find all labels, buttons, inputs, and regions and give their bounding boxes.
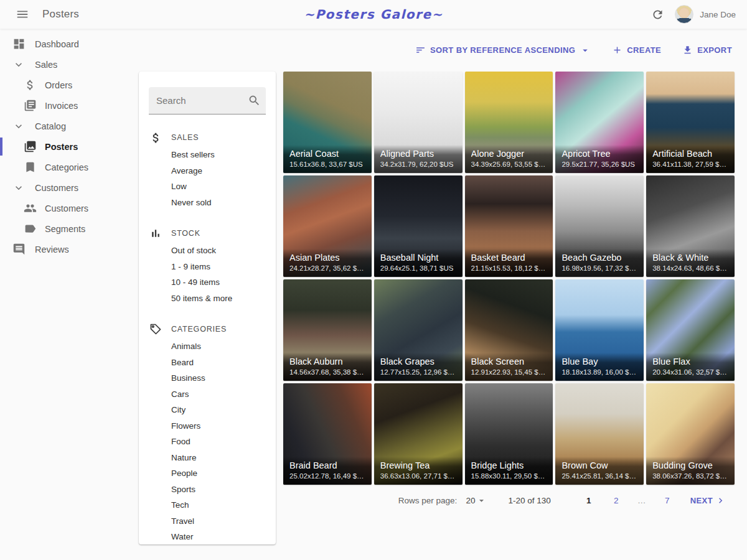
filter-item-city[interactable]: City <box>149 402 266 418</box>
product-card[interactable]: Black Screen12.91x22.93, 15,45 $… <box>465 279 553 381</box>
product-card[interactable]: Alone Jogger34.39x25.69, 53,55 $… <box>465 72 553 173</box>
product-title: Alone Jogger <box>471 149 547 159</box>
next-page-button[interactable]: NEXT <box>685 492 731 510</box>
product-size-price: 12.77x15.25, 12,96 $… <box>380 368 456 376</box>
filter-section-header: STOCK <box>149 226 266 240</box>
product-card[interactable]: Aerial Coast15.61x36.8, 33,67 $US <box>283 72 372 173</box>
filter-item-best-sellers[interactable]: Best sellers <box>149 147 266 163</box>
sidebar-item-reviews[interactable]: Reviews <box>0 239 139 259</box>
sidebar-item-posters[interactable]: Posters <box>0 136 139 157</box>
filter-item-people[interactable]: People <box>149 465 266 482</box>
product-title: Black Grapes <box>380 357 456 366</box>
filter-item-average[interactable]: Average <box>149 163 266 179</box>
sidebar-item-label: Invoices <box>45 101 78 111</box>
filter-section-header: CATEGORIES <box>149 322 266 336</box>
filter-item-50-items-more[interactable]: 50 items & more <box>149 291 266 307</box>
product-size-price: 34.2x31.79, 62,20 $US <box>380 161 456 168</box>
export-button[interactable]: EXPORT <box>680 41 735 59</box>
avatar <box>675 5 693 24</box>
filter-item-10-49-items[interactable]: 10 - 49 items <box>149 274 266 291</box>
sidebar-item-categories[interactable]: Categories <box>0 157 139 177</box>
product-card[interactable]: Brewing Tea36.63x13.06, 27,71 $… <box>374 383 463 485</box>
filter-item-food[interactable]: Food <box>149 434 266 450</box>
sidebar-item-label: Dashboard <box>35 39 79 49</box>
sidebar-item-label: Customers <box>35 183 78 193</box>
user-menu-button[interactable]: Jane Doe <box>675 5 736 24</box>
filter-item-cars[interactable]: Cars <box>149 386 266 403</box>
sort-button[interactable]: SORT BY REFERENCE ASCENDING <box>413 41 593 60</box>
product-title: Brown Cow <box>561 460 637 470</box>
filter-item-low[interactable]: Low <box>149 179 266 195</box>
sidebar-item-customers-list[interactable]: Customers <box>0 198 139 218</box>
refresh-icon[interactable] <box>646 3 669 26</box>
sidebar-item-label: Orders <box>45 80 72 90</box>
filter-item-flowers[interactable]: Flowers <box>149 418 266 434</box>
product-card[interactable]: Baseball Night29.64x25.1, 38,71 $US <box>374 175 463 277</box>
product-card[interactable]: Brown Cow25.41x25.81, 36,14 $… <box>555 383 644 485</box>
sidebar-item-invoices[interactable]: Invoices <box>0 95 139 116</box>
filter-item-never-sold[interactable]: Never sold <box>149 195 266 211</box>
product-card[interactable]: Bridge Lights15.88x30.11, 29,50 $… <box>465 383 553 485</box>
product-card[interactable]: Beach Gazebo16.98x19.56, 17,32 $… <box>555 175 644 277</box>
filter-section-stock: STOCKOut of stock1 - 9 items10 - 49 item… <box>149 226 266 306</box>
sidebar-item-orders[interactable]: Orders <box>0 75 139 95</box>
rows-per-page-label: Rows per page: <box>398 496 458 505</box>
filter-item-travel[interactable]: Travel <box>149 513 266 530</box>
product-caption: Artificial Beach36.41x11.38, 27,59 $… <box>646 145 735 173</box>
sidebar-item-label: Categories <box>45 162 88 172</box>
filter-item-business[interactable]: Business <box>149 370 266 386</box>
product-caption: Basket Beard21.15x15.53, 18,12 $… <box>465 249 553 277</box>
create-button[interactable]: CREATE <box>609 41 664 59</box>
sidebar-item-label: Sales <box>35 60 57 70</box>
filter-item-nature[interactable]: Nature <box>149 450 266 466</box>
sidebar-item-label: Posters <box>45 142 78 152</box>
product-size-price: 38.06x37.26, 83,72 $… <box>652 472 728 480</box>
product-title: Budding Grove <box>652 460 728 470</box>
product-card[interactable]: Artificial Beach36.41x11.38, 27,59 $… <box>646 72 735 173</box>
product-size-price: 25.02x12.78, 16,49 $… <box>289 472 365 480</box>
sidebar-item-label: Segments <box>45 224 85 234</box>
product-caption: Brewing Tea36.63x13.06, 27,71 $… <box>374 457 463 485</box>
page-button-7[interactable]: 7 <box>658 491 677 510</box>
product-card[interactable]: Black Auburn14.56x37.68, 35,38 $… <box>283 279 372 381</box>
product-card[interactable]: Black & White38.14x24.63, 48,66 $… <box>646 175 735 277</box>
product-card[interactable]: Blue Flax20.34x31.06, 32,57 $… <box>646 279 735 381</box>
product-size-price: 29.64x25.1, 38,71 $US <box>380 264 456 272</box>
product-caption: Apricot Tree29.5x21.77, 35,26 $US <box>555 145 644 173</box>
filter-item-tech[interactable]: Tech <box>149 497 266 513</box>
product-card[interactable]: Aligned Parts34.2x31.79, 62,20 $US <box>374 72 463 173</box>
product-card[interactable]: Black Grapes12.77x15.25, 12,96 $… <box>374 279 463 381</box>
product-caption: Alone Jogger34.39x25.69, 53,55 $… <box>465 145 553 173</box>
filter-item-out-of-stock[interactable]: Out of stock <box>149 243 266 259</box>
menu-icon[interactable] <box>11 3 34 26</box>
product-caption: Aerial Coast15.61x36.8, 33,67 $US <box>283 145 372 173</box>
product-size-price: 15.61x36.8, 33,67 $US <box>289 161 365 168</box>
sidebar-item-customers[interactable]: Customers <box>0 177 139 198</box>
tag-offer-icon <box>149 322 162 336</box>
product-card[interactable]: Budding Grove38.06x37.26, 83,72 $… <box>646 383 735 485</box>
sidebar-item-sales[interactable]: Sales <box>0 54 139 75</box>
product-card[interactable]: Blue Bay18.18x13.89, 16,00 $… <box>555 279 644 381</box>
page-button-1[interactable]: 1 <box>580 491 598 510</box>
chevron-down-icon <box>11 119 26 134</box>
product-card[interactable]: Asian Plates24.21x28.27, 35,62 $… <box>283 175 372 277</box>
filter-item-water[interactable]: Water <box>149 529 266 544</box>
rows-per-page-select[interactable]: 20 <box>466 495 487 506</box>
filter-section-title: CATEGORIES <box>171 325 227 334</box>
filter-item-sports[interactable]: Sports <box>149 482 266 498</box>
product-card[interactable]: Apricot Tree29.5x21.77, 35,26 $US <box>555 72 644 173</box>
page-button-2[interactable]: 2 <box>607 491 626 510</box>
filter-item-beard[interactable]: Beard <box>149 355 266 371</box>
sidebar-item-dashboard[interactable]: Dashboard <box>0 34 139 54</box>
product-card[interactable]: Braid Beard25.02x12.78, 16,49 $… <box>283 383 372 485</box>
sidebar-item-label: Customers <box>45 203 88 213</box>
posters-icon <box>22 139 37 154</box>
invoices-icon <box>22 98 37 113</box>
filter-item-1-9-items[interactable]: 1 - 9 items <box>149 259 266 275</box>
people-icon <box>22 201 37 216</box>
filter-item-animals[interactable]: Animals <box>149 338 266 355</box>
sidebar-item-segments[interactable]: Segments <box>0 218 139 239</box>
product-card[interactable]: Basket Beard21.15x15.53, 18,12 $… <box>465 175 553 277</box>
sidebar-item-catalog[interactable]: Catalog <box>0 116 139 136</box>
product-title: Brewing Tea <box>380 460 456 470</box>
